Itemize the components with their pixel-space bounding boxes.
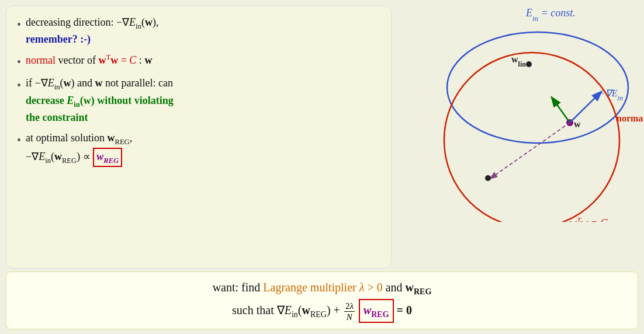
text-remember: remember? :-) bbox=[26, 33, 91, 45]
bullet-item-1: • decreasing direction: −∇Ein(w), rememb… bbox=[17, 15, 380, 47]
bottom-line-2: such that ∇Ein(wREG) + 2λ N wREG = 0 bbox=[18, 299, 626, 323]
boxed-wreg-prop: wREG bbox=[93, 148, 122, 167]
bullet-dot-1: • bbox=[17, 16, 21, 33]
top-section: • decreasing direction: −∇Ein(w), rememb… bbox=[0, 0, 644, 272]
equals-zero: = 0 bbox=[397, 304, 412, 316]
bullet-dot-3: • bbox=[17, 76, 21, 94]
text-colon-w: : w bbox=[139, 54, 153, 66]
such-that-text: such that ∇Ein(wREG) + bbox=[232, 304, 343, 316]
wreg-bottom-1: wREG bbox=[406, 281, 432, 294]
bottom-panel: want: find Lagrange multiplier λ > 0 and… bbox=[6, 272, 638, 329]
grad-label: −∇Ein bbox=[599, 88, 623, 102]
bullet-content-4: at optimal solution wREG, −∇Ein(wREG) ∝ … bbox=[26, 130, 380, 167]
wlin-label: wlin bbox=[511, 54, 526, 68]
text-normal-word: normal bbox=[26, 54, 56, 66]
bullet-list: • decreasing direction: −∇Ein(w), rememb… bbox=[17, 15, 380, 167]
bullet-content-3: if −∇Ein(w) and w not parallel: can decr… bbox=[26, 75, 380, 126]
main-container: • decreasing direction: −∇Ein(w), rememb… bbox=[0, 0, 644, 334]
right-panel: Ein = const. wTw = C wlin w bbox=[397, 6, 643, 269]
bullet-item-4: • at optimal solution wREG, −∇Ein(wREG) … bbox=[17, 130, 380, 167]
bullet-dot-2: • bbox=[17, 53, 21, 71]
left-panel: • decreasing direction: −∇Ein(w), rememb… bbox=[6, 6, 392, 269]
small-dot bbox=[485, 175, 491, 181]
text-vector-of: vector of bbox=[58, 54, 99, 66]
text-if-grad: if −∇Ein(w) and w not parallel: can bbox=[26, 77, 173, 89]
bottom-line-1: want: find Lagrange multiplier λ > 0 and… bbox=[18, 278, 626, 298]
text-wTw-eq: wTw = C bbox=[98, 54, 136, 66]
bullet-content-1: decreasing direction: −∇Ein(w), remember… bbox=[26, 15, 380, 47]
svg-point-1 bbox=[444, 53, 619, 222]
dashed-line bbox=[491, 123, 570, 178]
want-text: want: find bbox=[213, 281, 264, 294]
w-label: w bbox=[574, 119, 581, 129]
text-optimal: at optimal solution wREG, bbox=[26, 132, 132, 144]
diagram-svg: Ein = const. wTw = C wlin w bbox=[397, 6, 643, 222]
ein-label: Ein = const. bbox=[525, 7, 576, 23]
text-grad-prop: −∇Ein(wREG) ∝ bbox=[26, 151, 93, 162]
lagrange-text: Lagrange multiplier λ > 0 bbox=[263, 281, 382, 294]
normal-label: normal bbox=[617, 113, 643, 123]
bullet-item-2: • normal vector of wTw = C : w bbox=[17, 52, 380, 71]
and-text: and bbox=[386, 281, 406, 294]
wlin-dot bbox=[526, 61, 532, 67]
boxed-wreg-bottom: wREG bbox=[359, 299, 394, 323]
text-decrease: decrease Ein(w) without violatingthe con… bbox=[26, 95, 174, 123]
blue-arrow bbox=[570, 92, 601, 123]
bullet-dot-4: • bbox=[17, 131, 21, 149]
green-arrow bbox=[552, 98, 570, 123]
bullet-item-3: • if −∇Ein(w) and w not parallel: can de… bbox=[17, 75, 380, 126]
bullet-content-2: normal vector of wTw = C : w bbox=[26, 52, 380, 68]
text-decreasing: decreasing direction: −∇Ein(w), bbox=[26, 16, 158, 28]
fraction: 2λ N bbox=[344, 301, 355, 322]
